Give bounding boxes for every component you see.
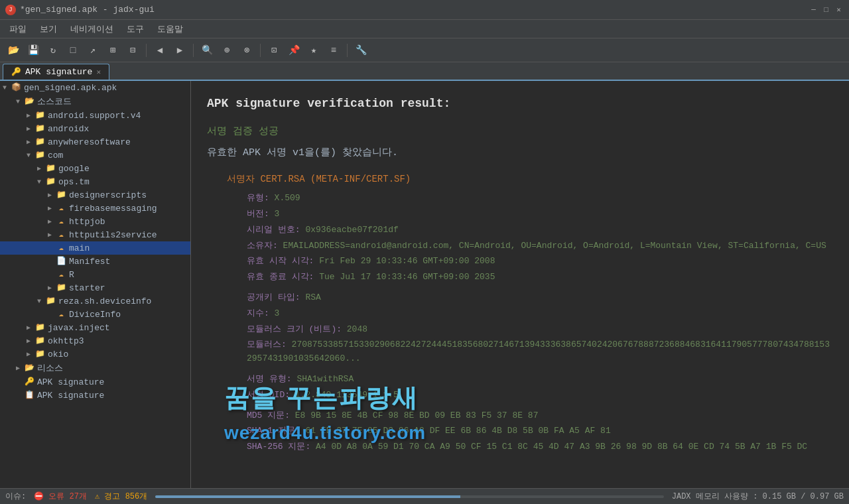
starter-label: starter [69, 283, 105, 293]
menu-help[interactable]: 도움말 [152, 22, 188, 36]
menu-view[interactable]: 보기 [34, 22, 62, 36]
arrow-designer[interactable]: ▶ [48, 191, 56, 199]
refresh-button[interactable]: ↻ [44, 41, 62, 60]
pin-button[interactable]: 📌 [285, 41, 303, 60]
summary-label: APK signature [37, 391, 104, 401]
sidebar: ▼ 📦 gen_signed.apk.apk ▼ 📂 소스코드 ▶ 📁 andr… [0, 81, 191, 488]
arrow-okio[interactable]: ▶ [27, 350, 34, 358]
tree-resources[interactable]: ▶ 📂 리소스 [0, 361, 190, 375]
menu-file[interactable]: 파일 [4, 22, 32, 36]
tree-manifest[interactable]: ▶ 📄 Manifest [0, 255, 190, 268]
field-mod-label: 모듈러스: [247, 340, 292, 349]
search2-button[interactable]: ⊕ [218, 41, 236, 60]
success-message: 서명 검증 성공 [207, 124, 833, 140]
menu-tools[interactable]: 도구 [121, 22, 149, 36]
back-button[interactable]: ◀ [151, 41, 169, 60]
star-button[interactable]: ★ [304, 41, 323, 60]
field-mod-value: 2708753385715330290682242724445183568027… [247, 340, 830, 363]
tree-androidx[interactable]: ▶ 📁 androidx [0, 122, 190, 135]
arrow-opstm[interactable]: ▼ [37, 178, 45, 186]
menu-bar: 파일 보기 네비게이션 도구 도움말 [0, 20, 849, 38]
found-message: 유효한 APK 서명 v1을(를) 찾았습니다. [207, 145, 833, 161]
field-valid-end-label: 유효 종료 시각: [247, 272, 319, 282]
tree-okhttp[interactable]: ▶ 📁 okhttp3 [0, 334, 190, 347]
tree-diviceinfo[interactable]: ▶ ☁ DiviceInfo [0, 308, 190, 321]
search-button[interactable]: 🔍 [198, 41, 216, 60]
grid2-button[interactable]: ⊟ [123, 41, 142, 60]
arrow-httputils[interactable]: ▶ [48, 231, 56, 239]
forward-button[interactable]: ▶ [170, 41, 189, 60]
arrow-javax[interactable]: ▶ [27, 324, 34, 332]
httputils-icon: ☁ [56, 229, 66, 240]
tree-opstm[interactable]: ▼ 📁 ops.tm [0, 175, 190, 188]
open-button[interactable]: 📂 [4, 41, 23, 60]
field-serial-label: 시리얼 번호: [247, 225, 305, 235]
tree-summary[interactable]: ▶ 📋 APK signature [0, 389, 190, 402]
tree-apk-sig[interactable]: ▶ 🔑 APK signature [0, 375, 190, 389]
main-icon: ☁ [56, 243, 66, 253]
arrow-reza[interactable]: ▼ [37, 298, 45, 305]
maximize-button[interactable]: □ [821, 5, 831, 15]
tree-httputils[interactable]: ▶ ☁ httputils2service [0, 228, 190, 241]
field-pubkey-type: 공개키 타입: RSA [247, 291, 833, 305]
tab-close-button[interactable]: ✕ [96, 68, 101, 76]
com-label: com [48, 151, 63, 160]
field-sha1-label: SHA-1 지문: [247, 426, 305, 436]
list-button[interactable]: ≡ [324, 41, 343, 60]
error-icon: ⛔ [34, 492, 44, 501]
arrow-anywhere[interactable]: ▶ [27, 138, 34, 146]
arrow-httpjob[interactable]: ▶ [48, 218, 56, 225]
tree-okio[interactable]: ▶ 📁 okio [0, 347, 190, 361]
designer-icon: 📁 [56, 190, 66, 200]
tab-button[interactable]: ⊡ [265, 41, 283, 60]
export-button[interactable]: ↗ [84, 41, 102, 60]
manifest-icon: 📄 [56, 256, 66, 267]
tree-r[interactable]: ▶ ☁ R [0, 268, 190, 281]
field-valid-start-label: 유효 시작 시각: [247, 256, 319, 266]
arrow-resources[interactable]: ▶ [16, 364, 24, 372]
arrow-firebase[interactable]: ▶ [48, 204, 56, 212]
tree-starter[interactable]: ▶ 📁 starter [0, 281, 190, 294]
tree-arrow-root[interactable]: ▼ [3, 84, 11, 92]
okio-icon: 📁 [34, 349, 45, 359]
field-sig-oid: 서명 OID: 1.2.840.113549.1.1.5 [247, 389, 833, 403]
tree-anywhere[interactable]: ▶ 📁 anywheresoftware [0, 135, 190, 149]
tree-httpjob[interactable]: ▶ ☁ httpjob [0, 215, 190, 228]
arrow-com[interactable]: ▼ [27, 152, 34, 159]
arrow-androidx[interactable]: ▶ [27, 125, 34, 133]
tree-com[interactable]: ▼ 📁 com [0, 149, 190, 162]
minimize-button[interactable]: ─ [809, 5, 818, 15]
field-sigtype-label: 서명 유형: [247, 374, 296, 384]
field-type: 유형: X.509 [247, 192, 833, 206]
tree-root[interactable]: ▼ 📦 gen_signed.apk.apk [0, 81, 190, 94]
tree-soscode[interactable]: ▼ 📂 소스코드 [0, 94, 190, 109]
tree-google[interactable]: ▶ 📁 google [0, 162, 190, 175]
arrow-okhttp[interactable]: ▶ [27, 337, 34, 345]
tree-firebase[interactable]: ▶ ☁ firebasemessaging [0, 202, 190, 215]
arrow-google[interactable]: ▶ [37, 164, 45, 172]
arrow-soscode[interactable]: ▼ [16, 98, 24, 105]
tree-reza[interactable]: ▼ 📁 reza.sh.deviceinfo [0, 294, 190, 308]
tree-android-support[interactable]: ▶ 📁 android.support.v4 [0, 109, 190, 122]
tree-javax[interactable]: ▶ 📁 javax.inject [0, 321, 190, 334]
settings-button[interactable]: 🔧 [352, 41, 370, 60]
flat-button[interactable]: □ [64, 41, 82, 60]
grid-button[interactable]: ⊞ [103, 41, 122, 60]
arrow-android[interactable]: ▶ [27, 111, 34, 119]
arrow-starter[interactable]: ▶ [48, 284, 56, 292]
save-button[interactable]: 💾 [24, 41, 42, 60]
tab-apk-signature[interactable]: 🔑 APK signature ✕ [3, 64, 109, 80]
tree-main[interactable]: ▶ ☁ main [0, 241, 190, 255]
progress-fill [155, 495, 460, 498]
httpjob-label: httpjob [69, 217, 105, 227]
field-owner-label: 소유자: [247, 241, 283, 251]
search3-button[interactable]: ⊗ [237, 41, 256, 60]
field-valid-start: 유효 시작 시각: Fri Feb 29 10:33:46 GMT+09:00 … [247, 255, 833, 269]
androidx-icon: 📁 [34, 123, 45, 134]
close-button[interactable]: ✕ [834, 5, 844, 15]
menu-navigate[interactable]: 네비게이션 [65, 22, 119, 36]
toolbar-sep2 [193, 44, 194, 57]
tree-designer[interactable]: ▶ 📁 designerscripts [0, 188, 190, 202]
field-sha256-value: A4 0D A8 0A 59 D1 70 CA A9 50 CF 15 C1 8… [316, 442, 807, 452]
window-controls[interactable]: ─ □ ✕ [809, 5, 844, 15]
